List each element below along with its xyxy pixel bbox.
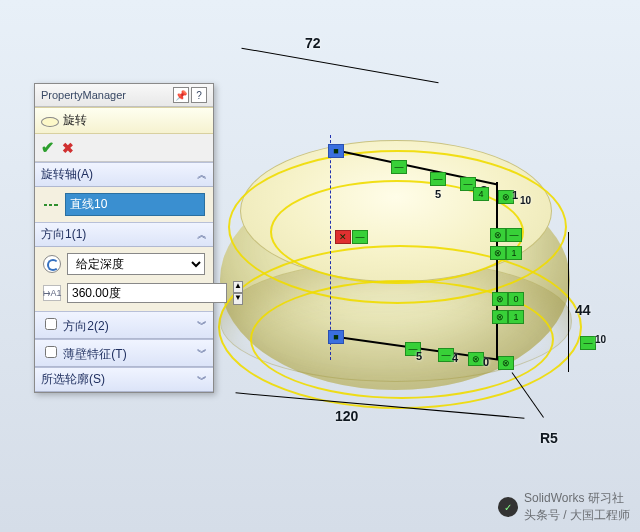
axis-selection-icon — [43, 197, 59, 213]
dimension-120[interactable]: 120 — [335, 408, 358, 424]
dim-line-r5 — [512, 372, 544, 418]
label-5: 5 — [435, 188, 441, 200]
axis-section-title: 旋转轴(A) — [41, 166, 93, 183]
label-10: 10 — [520, 195, 531, 206]
constraint-icon[interactable]: ⊗ — [498, 356, 514, 370]
dimension-8[interactable]: 8 — [480, 183, 488, 199]
dim-line-44 — [568, 232, 569, 372]
constraint-icon[interactable]: ⊗ — [498, 190, 514, 204]
direction1-section-header[interactable]: 方向1(1) ︽ — [35, 222, 213, 247]
construction-circle-inner — [270, 180, 524, 284]
chevron-up-icon: ︽ — [197, 228, 207, 242]
constraint-icon[interactable]: ⊗ — [490, 246, 506, 260]
constraint-icon[interactable]: ⊗ — [492, 310, 508, 324]
constraint-icon[interactable]: — — [438, 348, 454, 362]
confirm-row: ✔ ✖ — [35, 134, 213, 162]
thin-feature-checkbox[interactable] — [45, 346, 57, 358]
dimension-44[interactable]: 44 — [575, 302, 591, 318]
angle-spin-down[interactable]: ▼ — [233, 293, 243, 305]
chevron-down-icon: ︾ — [197, 346, 207, 360]
dim-line-120 — [236, 392, 525, 418]
constraint-icon[interactable]: — — [391, 160, 407, 174]
constraint-icon[interactable]: 0 — [508, 292, 524, 306]
label-0b: 0 — [483, 356, 489, 368]
cancel-button[interactable]: ✖ — [62, 140, 74, 156]
thin-feature-title: 薄壁特征(T) — [63, 347, 126, 361]
constraint-icon[interactable]: — — [460, 177, 476, 191]
axis-section-header[interactable]: 旋转轴(A) ︽ — [35, 162, 213, 187]
constraint-icon[interactable]: 1 — [506, 246, 522, 260]
ok-button[interactable]: ✔ — [41, 138, 54, 157]
watermark-line2: 头条号 / 大国工程师 — [524, 507, 630, 524]
preview-top-face — [240, 140, 552, 282]
angle-icon: ↦A1 — [43, 285, 61, 301]
construction-circle-base — [218, 245, 582, 409]
construction-circle-mid — [250, 280, 554, 399]
direction1-section-title: 方向1(1) — [41, 226, 86, 243]
direction2-section-header[interactable]: 方向2(2) ︾ — [35, 311, 213, 339]
label-1: 1 — [512, 189, 518, 201]
direction2-checkbox[interactable] — [45, 318, 57, 330]
dimension-r5[interactable]: R5 — [540, 430, 558, 446]
revolve-preview: 72 8 44 120 R5 — — 5 — 4 ⊗ 1 10 ✕ — ⊗ — … — [180, 30, 620, 490]
reverse-direction-icon[interactable] — [43, 255, 61, 273]
sketch-line-bottom — [330, 335, 511, 362]
sketch-line-top — [330, 148, 497, 185]
origin-marker[interactable]: ✕ — [335, 230, 351, 244]
sketch-endpoint[interactable]: ■ — [328, 330, 344, 344]
chevron-down-icon: ︾ — [197, 373, 207, 387]
dimension-72[interactable]: 72 — [305, 35, 321, 51]
sketch-centerline — [330, 135, 331, 360]
angle-spin-up[interactable]: ▲ — [233, 281, 243, 293]
constraint-icon[interactable]: ⊗ — [468, 352, 484, 366]
constraint-icon[interactable]: ⊗ — [490, 228, 506, 242]
thin-feature-section-header[interactable]: 薄壁特征(T) ︾ — [35, 339, 213, 367]
contours-title: 所选轮廓(S) — [41, 371, 105, 388]
label-10b: 10 — [595, 334, 606, 345]
direction1-section-body: 给定深度 ↦A1 ▲ ▼ — [35, 247, 213, 311]
constraint-icon[interactable]: 4 — [473, 187, 489, 201]
constraint-icon[interactable]: ⊗ — [492, 292, 508, 306]
revolve-feature-icon — [41, 113, 57, 129]
direction2-title: 方向2(2) — [63, 319, 108, 333]
constraint-icon[interactable]: 1 — [508, 310, 524, 324]
label-5b: 5 — [416, 350, 422, 362]
sketch-line-right — [496, 182, 498, 360]
constraint-icon[interactable]: — — [430, 172, 446, 186]
label-4b: 4 — [452, 352, 458, 364]
panel-title-bar: PropertyManager 📌 ? — [35, 84, 213, 107]
pin-icon[interactable]: 📌 — [173, 87, 189, 103]
panel-title-text: PropertyManager — [41, 89, 126, 101]
constraint-icon[interactable]: — — [352, 230, 368, 244]
wechat-logo-icon: ✓ — [498, 497, 518, 517]
property-manager-panel: PropertyManager 📌 ? 旋转 ✔ ✖ 旋转轴(A) ︽ 直线10 — [34, 83, 214, 393]
feature-header: 旋转 — [35, 107, 213, 134]
angle-input[interactable] — [67, 283, 227, 303]
axis-section-body: 直线10 — [35, 187, 213, 222]
end-condition-select[interactable]: 给定深度 — [67, 253, 205, 275]
sketch-endpoint[interactable]: ■ — [328, 144, 344, 158]
viewport-3d[interactable]: 72 8 44 120 R5 — — 5 — 4 ⊗ 1 10 ✕ — ⊗ — … — [0, 0, 640, 532]
chevron-up-icon: ︽ — [197, 168, 207, 182]
chevron-down-icon: ︾ — [197, 318, 207, 332]
preview-body — [220, 170, 570, 390]
construction-circle-outer — [228, 150, 567, 304]
feature-name-label: 旋转 — [63, 112, 87, 129]
contours-section-header[interactable]: 所选轮廓(S) ︾ — [35, 367, 213, 392]
dim-line-72 — [241, 48, 438, 84]
watermark: ✓ SolidWorks 研习社 头条号 / 大国工程师 — [498, 490, 630, 524]
watermark-line1: SolidWorks 研习社 — [524, 490, 630, 507]
constraint-icon[interactable]: — — [405, 342, 421, 356]
help-icon[interactable]: ? — [191, 87, 207, 103]
constraint-icon[interactable]: — — [506, 228, 522, 242]
constraint-icon[interactable]: — — [580, 336, 596, 350]
preview-rim — [220, 260, 572, 382]
axis-selection-field[interactable]: 直线10 — [65, 193, 205, 216]
